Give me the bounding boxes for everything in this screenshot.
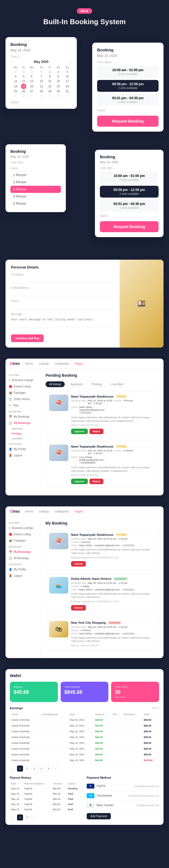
admin-nav-pages-mb[interactable]: Pages: [75, 510, 83, 513]
cal-day[interactable]: 25: [10, 89, 21, 94]
message-textarea[interactable]: [11, 317, 114, 328]
filter-pending[interactable]: Pending: [88, 381, 105, 387]
add-payment-button[interactable]: Add Payment: [87, 813, 111, 819]
cal-day[interactable]: 26: [21, 89, 26, 94]
admin-nav-home-mb[interactable]: Home: [25, 510, 33, 513]
full-name-input[interactable]: [11, 277, 114, 283]
cal-day[interactable]: 10: [63, 74, 72, 79]
cal-day[interactable]: 17: [63, 79, 72, 84]
cal-day[interactable]: 29: [46, 89, 54, 94]
reject-btn-1[interactable]: Reject: [90, 429, 103, 434]
cal-day[interactable]: 11: [10, 79, 21, 84]
cal-day[interactable]: 31: [63, 89, 72, 94]
filter-approved[interactable]: Approved: [67, 381, 86, 387]
phone-input[interactable]: [11, 304, 114, 309]
confirm-pay-button[interactable]: Confirm and Pay: [11, 334, 44, 342]
my-cancel-btn-1[interactable]: Cancel: [71, 561, 86, 566]
time-slot-3[interactable]: 03:01 pm - 04:30 pm 3 slots available: [97, 94, 159, 106]
cal-day[interactable]: 6: [26, 74, 37, 79]
sidebar-item-myprofile[interactable]: 👤 My Profile: [5, 446, 41, 452]
guest-option-1[interactable]: 1 Person: [10, 172, 61, 179]
admin-nav-listings-mb[interactable]: Listings: [39, 510, 49, 513]
sidebar-item-mybookings-mb[interactable]: 📅 My Bookings: [5, 549, 41, 555]
cal-day[interactable]: 5: [21, 74, 26, 79]
cal-day[interactable]: 28: [21, 69, 26, 74]
my-cancel-btn-2[interactable]: Cancel: [71, 605, 86, 611]
cal-day[interactable]: 9: [54, 74, 63, 79]
cal-day[interactable]: 4: [37, 94, 46, 98]
cal-day[interactable]: 27: [26, 89, 37, 94]
sidebar-item-events-mb[interactable]: 🔴 Events Listing: [5, 531, 41, 537]
guest-option-4[interactable]: 4 Person: [10, 193, 61, 200]
sidebar-item-events[interactable]: 🔴 Events Listing: [5, 383, 41, 390]
sidebar-item-logout-mb[interactable]: 🚪 Logout: [5, 572, 41, 579]
sidebar-item-allbookings-mb[interactable]: 📋 All Bookings: [5, 555, 41, 561]
cal-day[interactable]: 29: [26, 69, 37, 74]
reject-btn-2[interactable]: Reject: [90, 479, 103, 484]
sidebar-item-packages-mb[interactable]: 📦 Packages: [5, 537, 41, 544]
request-booking-button[interactable]: Request Booking: [97, 116, 159, 127]
cal-day[interactable]: 30: [37, 69, 46, 74]
payout-page-1[interactable]: 1: [17, 814, 23, 820]
sidebar-sub-approved[interactable]: Approved: [5, 426, 41, 431]
page-next-btn[interactable]: ›: [53, 766, 59, 772]
cal-day[interactable]: 6: [54, 94, 63, 98]
admin-nav-home[interactable]: Home: [25, 362, 33, 365]
cal-day[interactable]: 24: [63, 84, 72, 89]
cal-day[interactable]: 3: [26, 94, 37, 98]
sidebar-sub-pending[interactable]: Pending: [5, 431, 41, 436]
sidebar-item-logout[interactable]: 🚪 Logout: [5, 452, 41, 459]
cal-day[interactable]: 3: [63, 69, 72, 74]
admin-nav-pages[interactable]: Pages: [75, 362, 83, 365]
page-2-btn[interactable]: 2: [24, 766, 30, 772]
cal-prev-arrow[interactable]: ‹: [10, 60, 11, 64]
cal-day[interactable]: 15: [46, 79, 54, 84]
cal-day[interactable]: 7: [63, 94, 72, 98]
cal-day[interactable]: 19: [21, 84, 26, 89]
cal-day[interactable]: 2: [21, 94, 26, 98]
payout-prev-btn[interactable]: ‹: [10, 814, 16, 820]
guest-option-3[interactable]: 3 Person: [10, 186, 61, 193]
page-prev-btn[interactable]: ‹: [10, 766, 16, 772]
page-1-btn[interactable]: 1: [17, 766, 23, 772]
cal-day[interactable]: 8: [46, 74, 54, 79]
cal-day[interactable]: 14: [37, 79, 46, 84]
booking-ts2-slot-2[interactable]: 09:59 pm - 12:59 pm 2 slots available: [100, 186, 159, 197]
cal-day[interactable]: 27: [10, 69, 21, 74]
time-slot-2[interactable]: 09:59 pm - 12:59 pm 2 slots available: [97, 80, 159, 92]
approve-btn-2[interactable]: Approve: [71, 479, 88, 484]
cal-day[interactable]: 7: [37, 74, 46, 79]
cal-day[interactable]: 12: [21, 79, 26, 84]
cal-day[interactable]: 21: [37, 84, 46, 89]
page-3-btn[interactable]: 3: [31, 766, 37, 772]
guest-option-5[interactable]: 5 Person: [10, 200, 61, 207]
cal-day[interactable]: 5: [46, 94, 54, 98]
payout-next-btn[interactable]: ›: [31, 814, 37, 820]
sidebar-item-allbookings[interactable]: 📋 All Bookings: [5, 420, 41, 426]
email-input[interactable]: [11, 290, 114, 296]
sidebar-item-trips[interactable]: ✈ Trips: [5, 402, 41, 409]
cal-day[interactable]: 1: [10, 94, 21, 98]
sidebar-item-business[interactable]: ≡ Business Listings: [5, 377, 41, 383]
sidebar-item-business-mb[interactable]: ≡ Business Listings: [5, 525, 41, 531]
time-slot-1[interactable]: 10:00 am - 01:00 pm 3 slots available: [97, 66, 159, 78]
sidebar-sub-cancelled[interactable]: Cancelled: [5, 436, 41, 441]
admin-nav-categories[interactable]: Categories: [54, 362, 69, 365]
filter-all[interactable]: All listings: [45, 381, 65, 387]
admin-nav-categories-mb[interactable]: Categories: [54, 510, 69, 513]
page-4-btn[interactable]: 4: [38, 766, 44, 772]
sidebar-item-packages[interactable]: 📦 Packages: [5, 390, 41, 396]
earnings-filter[interactable]: 20-2%: [152, 707, 159, 709]
cal-day[interactable]: 1: [46, 69, 54, 74]
cal-day[interactable]: 20: [26, 84, 37, 89]
payout-page-2[interactable]: 2: [24, 814, 30, 820]
sidebar-item-mybookings[interactable]: 📅 My Bookings: [5, 413, 41, 420]
filter-cancelled[interactable]: Cancelled: [107, 381, 127, 387]
cal-day[interactable]: 30: [54, 89, 63, 94]
sidebar-item-orders[interactable]: 📋 Order History: [5, 396, 41, 402]
cal-day[interactable]: 16: [54, 79, 63, 84]
cal-day[interactable]: 22: [46, 84, 54, 89]
cal-day[interactable]: 18: [10, 84, 21, 89]
cal-day[interactable]: 28: [37, 89, 46, 94]
approve-btn-1[interactable]: Approve: [71, 429, 88, 434]
